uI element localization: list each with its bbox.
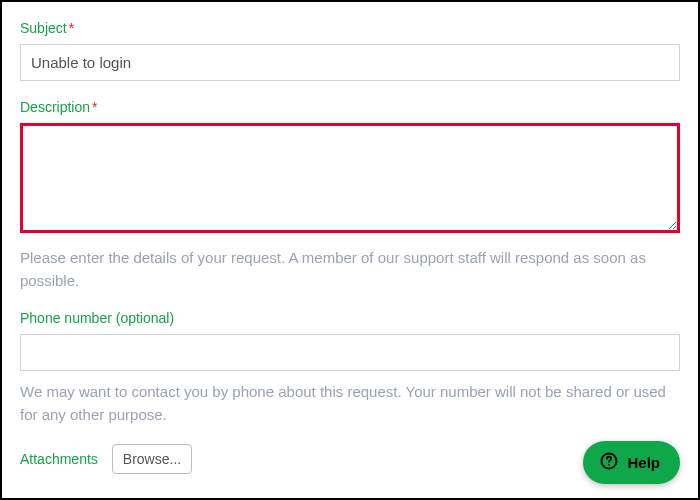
help-widget-button[interactable]: Help bbox=[583, 441, 680, 484]
required-mark: * bbox=[92, 99, 97, 115]
description-field: Description* Please enter the details of… bbox=[20, 99, 680, 292]
description-textarea[interactable] bbox=[20, 123, 680, 233]
attachments-label: Attachments bbox=[20, 451, 98, 467]
phone-label: Phone number (optional) bbox=[20, 310, 680, 326]
attachments-field: Attachments Browse... bbox=[20, 444, 680, 474]
subject-label-text: Subject bbox=[20, 20, 67, 36]
phone-field: Phone number (optional) We may want to c… bbox=[20, 310, 680, 426]
subject-field: Subject* bbox=[20, 20, 680, 81]
description-label: Description* bbox=[20, 99, 680, 115]
required-mark: * bbox=[69, 20, 74, 36]
phone-input[interactable] bbox=[20, 334, 680, 371]
help-icon bbox=[599, 451, 619, 474]
description-label-text: Description bbox=[20, 99, 90, 115]
description-hint: Please enter the details of your request… bbox=[20, 247, 680, 292]
phone-hint: We may want to contact you by phone abou… bbox=[20, 381, 680, 426]
help-widget-label: Help bbox=[627, 454, 660, 471]
subject-input[interactable] bbox=[20, 44, 680, 81]
subject-label: Subject* bbox=[20, 20, 680, 36]
browse-button[interactable]: Browse... bbox=[112, 444, 192, 474]
support-form: Subject* Description* Please enter the d… bbox=[0, 0, 700, 500]
svg-point-1 bbox=[609, 464, 611, 466]
